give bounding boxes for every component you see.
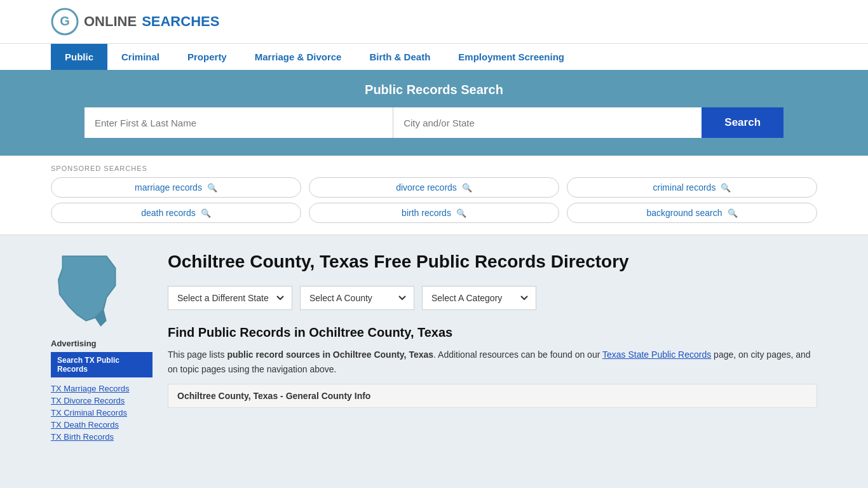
search-icon: 🔍: [201, 208, 211, 218]
nav-public[interactable]: Public: [51, 44, 107, 70]
location-input[interactable]: [393, 107, 702, 138]
texas-map-icon: [51, 250, 127, 327]
county-info-header: Ochiltree County, Texas - General County…: [168, 384, 817, 408]
tag-marriage-records[interactable]: marriage records 🔍: [51, 177, 301, 198]
desc-bold: public record sources in Ochiltree Count…: [227, 349, 433, 360]
logo[interactable]: G ONLINESEARCHES: [51, 8, 219, 36]
dropdowns-row: Select a Different State Select A County…: [168, 286, 817, 310]
page-title: Ochiltree County, Texas Free Public Reco…: [168, 250, 817, 273]
tag-background-label: background search: [646, 208, 722, 218]
desc-part1: This page lists: [168, 349, 227, 360]
main-wrapper: Advertising Search TX Public Records TX …: [0, 235, 868, 459]
logo-icon: G: [51, 8, 79, 36]
header: G ONLINESEARCHES: [0, 0, 868, 43]
search-icon: 🔍: [721, 183, 731, 193]
category-dropdown[interactable]: Select A Category: [422, 286, 536, 310]
svg-marker-2: [58, 256, 116, 321]
sidebar-link-birth[interactable]: TX Birth Records: [51, 432, 153, 442]
sponsored-section: SPONSORED SEARCHES marriage records 🔍 di…: [0, 156, 868, 235]
nav-employment[interactable]: Employment Screening: [444, 44, 578, 70]
tag-divorce-label: divorce records: [396, 182, 457, 193]
state-dropdown[interactable]: Select a Different State: [168, 286, 292, 310]
tag-death-records[interactable]: death records 🔍: [51, 203, 301, 223]
banner-title: Public Records Search: [51, 83, 817, 97]
description-text: This page lists public record sources in…: [168, 348, 817, 376]
tag-criminal-records[interactable]: criminal records 🔍: [567, 177, 817, 198]
sidebar-link-divorce[interactable]: TX Divorce Records: [51, 396, 153, 405]
nav-marriage-divorce[interactable]: Marriage & Divorce: [241, 44, 356, 70]
advertising-label: Advertising: [51, 339, 153, 348]
county-dropdown[interactable]: Select A County: [300, 286, 414, 310]
search-icon: 🔍: [462, 183, 472, 193]
sponsored-label: SPONSORED SEARCHES: [51, 165, 817, 172]
search-banner: Public Records Search Search: [0, 70, 868, 156]
nav-criminal[interactable]: Criminal: [107, 44, 173, 70]
tag-background-search[interactable]: background search 🔍: [567, 203, 817, 223]
name-input[interactable]: [85, 107, 393, 138]
sidebar: Advertising Search TX Public Records TX …: [51, 250, 153, 444]
desc-link[interactable]: Texas State Public Records: [602, 349, 711, 360]
nav-birth-death[interactable]: Birth & Death: [355, 44, 444, 70]
tag-divorce-records[interactable]: divorce records 🔍: [309, 177, 559, 198]
tag-marriage-label: marriage records: [135, 182, 202, 193]
ad-search-button[interactable]: Search TX Public Records: [51, 352, 153, 377]
sidebar-link-death[interactable]: TX Death Records: [51, 420, 153, 430]
nav-property[interactable]: Property: [173, 44, 241, 70]
search-form: Search: [85, 107, 783, 138]
tag-row-1: marriage records 🔍 divorce records 🔍 cri…: [51, 177, 817, 198]
svg-text:G: G: [60, 14, 70, 28]
search-icon: 🔍: [728, 208, 738, 218]
search-icon: 🔍: [456, 208, 466, 218]
sidebar-link-criminal[interactable]: TX Criminal Records: [51, 408, 153, 417]
desc-mid: . Additional resources can be found on o…: [433, 349, 602, 360]
tag-birth-label: birth records: [402, 208, 451, 218]
logo-text-searches: SEARCHES: [142, 13, 219, 30]
main-nav: Public Criminal Property Marriage & Divo…: [0, 43, 868, 70]
tag-birth-records[interactable]: birth records 🔍: [309, 203, 559, 223]
tag-criminal-label: criminal records: [653, 182, 716, 193]
content-area: Ochiltree County, Texas Free Public Reco…: [168, 250, 817, 444]
tag-row-2: death records 🔍 birth records 🔍 backgrou…: [51, 203, 817, 223]
tag-death-label: death records: [141, 208, 196, 218]
search-icon: 🔍: [207, 183, 217, 193]
sidebar-link-marriage[interactable]: TX Marriage Records: [51, 384, 153, 393]
logo-text-online: ONLINE: [84, 13, 137, 30]
find-records-title: Find Public Records in Ochiltree County,…: [168, 325, 817, 340]
search-button[interactable]: Search: [702, 107, 783, 138]
